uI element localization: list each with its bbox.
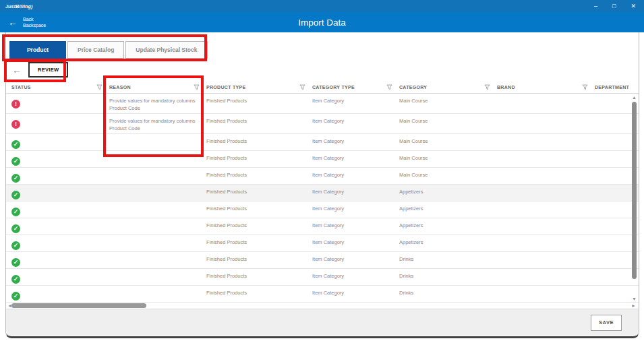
status-icon: ✓ xyxy=(11,292,20,301)
category-cell: Drinks xyxy=(399,252,497,263)
brand-cell xyxy=(497,286,595,289)
category-cell: Appetizers xyxy=(399,201,497,212)
column-header-label: BRAND xyxy=(497,85,515,90)
table-row[interactable]: ✓ Finished Products Item Category Appeti… xyxy=(6,185,639,201)
status-icon: ✓ xyxy=(11,140,20,149)
department-cell xyxy=(595,269,633,272)
filter-icon[interactable] xyxy=(484,84,490,90)
column-header[interactable]: BRAND xyxy=(497,84,595,90)
window-titlebar: JustBilling) – □ ✕ xyxy=(0,0,644,12)
category-type-cell: Item Category xyxy=(312,218,399,229)
status-icon: ✓ xyxy=(11,208,20,216)
reason-cell xyxy=(109,185,206,188)
table-row[interactable]: ✓ Finished Products Item Category Appeti… xyxy=(6,218,639,235)
close-button[interactable]: ✕ xyxy=(631,0,636,12)
product-type-cell: Finished Products xyxy=(206,151,312,162)
tab-product[interactable]: Product xyxy=(9,41,66,59)
page-title: Import Data xyxy=(0,18,644,28)
category-cell: Appetizers xyxy=(399,218,497,229)
table-row[interactable]: ✓ Finished Products Item Category Main C… xyxy=(6,168,639,185)
column-header[interactable]: PRODUCT TYPE xyxy=(206,84,312,90)
status-cell: ✓ xyxy=(11,286,109,301)
product-type-cell: Finished Products xyxy=(206,201,312,212)
review-toolbar: ← REVIEW xyxy=(6,59,639,81)
status-cell: ! xyxy=(11,94,109,108)
table-row[interactable]: ✓ Finished Products Item Category Main C… xyxy=(6,151,639,168)
maximize-button[interactable]: □ xyxy=(612,0,616,12)
reason-cell xyxy=(109,252,206,255)
status-icon: ✓ xyxy=(11,241,20,250)
status-icon: ! xyxy=(11,120,20,129)
status-cell: ✓ xyxy=(11,168,109,183)
column-header-label: REASON xyxy=(109,85,131,90)
table-row[interactable]: ! Provide values for mandatory columns P… xyxy=(6,114,639,134)
category-cell: Main Course xyxy=(399,114,497,125)
brand-cell xyxy=(497,151,595,154)
status-icon: ✓ xyxy=(11,191,20,199)
status-icon: ✓ xyxy=(11,258,20,267)
table-row[interactable]: ✓ Finished Products Item Category Drinks xyxy=(6,252,639,269)
category-type-cell: Item Category xyxy=(312,134,399,145)
status-cell: ! xyxy=(11,114,109,129)
filter-icon[interactable] xyxy=(386,84,392,90)
save-button[interactable]: SAVE xyxy=(591,315,622,331)
category-cell: Main Course xyxy=(399,151,497,162)
grid-body: ! Provide values for mandatory columns P… xyxy=(6,94,639,303)
filter-icon[interactable] xyxy=(96,84,103,90)
status-icon: ✓ xyxy=(11,275,20,284)
vertical-scrollbar[interactable]: ▲ ▼ xyxy=(631,95,637,301)
category-cell: Appetizers xyxy=(399,235,497,246)
column-header-label: DEPARTMENT xyxy=(595,85,629,90)
status-icon: ✓ xyxy=(11,174,20,183)
category-type-cell: Item Category xyxy=(312,201,399,212)
filter-icon[interactable] xyxy=(194,84,200,90)
column-header-label: CATEGORY xyxy=(399,85,427,90)
table-row[interactable]: ✓ Finished Products Item Category Main C… xyxy=(6,134,639,151)
scroll-right-icon[interactable]: ► xyxy=(631,303,636,309)
product-type-cell: Finished Products xyxy=(206,286,312,297)
back-arrow-grey-icon[interactable]: ← xyxy=(12,65,22,75)
table-row[interactable]: ✓ Finished Products Item Category Drinks xyxy=(6,286,639,303)
brand-cell xyxy=(497,252,595,255)
horizontal-scrollbar[interactable]: ◄ ► xyxy=(6,303,639,309)
scroll-up-icon[interactable]: ▲ xyxy=(631,95,637,100)
scroll-down-icon[interactable]: ▼ xyxy=(631,297,637,301)
reason-cell: Provide values for mandatory columns Pro… xyxy=(109,94,206,113)
column-header[interactable]: CATEGORY TYPE xyxy=(312,84,399,90)
horizontal-scroll-thumb[interactable] xyxy=(11,303,146,308)
column-header[interactable]: CATEGORY xyxy=(399,84,497,90)
category-cell: Drinks xyxy=(399,286,497,297)
product-type-cell: Finished Products xyxy=(206,168,312,179)
filter-icon[interactable] xyxy=(582,84,588,90)
product-type-cell: Finished Products xyxy=(206,134,312,145)
product-type-cell: Finished Products xyxy=(206,218,312,229)
filter-icon[interactable] xyxy=(299,84,305,90)
column-header[interactable]: REASON xyxy=(109,84,206,90)
tab-update-physical-stock[interactable]: Update Physical Stock xyxy=(125,41,207,59)
department-cell xyxy=(595,94,633,97)
status-cell: ✓ xyxy=(11,185,109,199)
reason-cell xyxy=(109,134,206,137)
brand-cell xyxy=(497,269,595,272)
category-type-cell: Item Category xyxy=(312,168,399,179)
column-header-label: CATEGORY TYPE xyxy=(312,85,355,90)
minimize-button[interactable]: – xyxy=(594,0,597,12)
table-row[interactable]: ✓ Finished Products Item Category Drinks xyxy=(6,269,639,286)
app-header: Import Data ← Back Backspace xyxy=(0,12,644,32)
brand-cell xyxy=(497,94,595,97)
tab-price-catalog[interactable]: Price Catalog xyxy=(67,41,124,59)
reason-cell xyxy=(109,201,206,205)
footer-bar: SAVE xyxy=(6,309,639,336)
column-header[interactable]: STATUS xyxy=(11,84,109,90)
reason-cell xyxy=(109,168,206,171)
brand-cell xyxy=(497,114,595,117)
column-header[interactable]: DEPARTMENT xyxy=(595,85,633,90)
table-row[interactable]: ✓ Finished Products Item Category Appeti… xyxy=(6,235,639,252)
status-cell: ✓ xyxy=(11,269,109,284)
table-row[interactable]: ! Provide values for mandatory columns P… xyxy=(6,94,639,114)
reason-cell: Provide values for mandatory columns Pro… xyxy=(109,114,206,133)
vertical-scroll-thumb[interactable] xyxy=(632,102,637,279)
table-row[interactable]: ✓ Finished Products Item Category Appeti… xyxy=(6,201,639,218)
status-cell: ✓ xyxy=(11,252,109,267)
review-button[interactable]: REVIEW xyxy=(28,62,68,77)
